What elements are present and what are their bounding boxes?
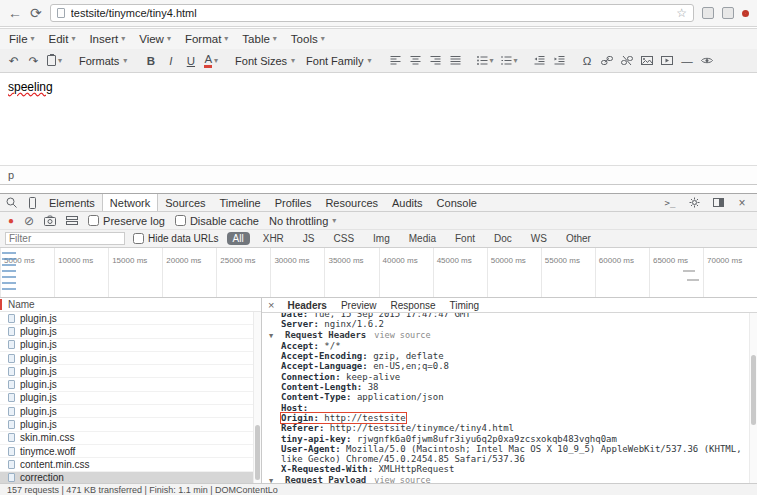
request-row[interactable]: plugin.js: [0, 352, 253, 365]
devtools-tab[interactable]: Network: [102, 194, 158, 211]
menu-item[interactable]: Tools ▾: [284, 31, 332, 47]
devtools-tab[interactable]: Console: [430, 194, 484, 211]
request-row[interactable]: skin.min.css: [0, 432, 253, 445]
request-row[interactable]: plugin.js: [0, 392, 253, 405]
detail-tab[interactable]: Headers: [280, 300, 333, 311]
charmap-button[interactable]: Ω: [578, 51, 597, 71]
request-row[interactable]: plugin.js: [0, 418, 253, 431]
scrollbar-thumb[interactable]: [255, 425, 260, 480]
inspect-element-button[interactable]: [2, 194, 22, 211]
request-row[interactable]: plugin.js: [0, 325, 253, 338]
preserve-log-input[interactable]: [88, 215, 99, 226]
menu-item[interactable]: Insert ▾: [82, 31, 132, 47]
undo-button[interactable]: ↶: [4, 51, 23, 71]
expand-triangle-icon[interactable]: ▼: [269, 331, 277, 341]
filter-type-pill[interactable]: All: [227, 232, 250, 245]
media-button[interactable]: [658, 51, 677, 71]
detail-tab[interactable]: Response: [383, 300, 442, 311]
bold-button[interactable]: B: [141, 51, 160, 71]
extension-icon-1[interactable]: [702, 7, 714, 19]
paste-button[interactable]: ▾: [44, 51, 65, 71]
devtools-tab[interactable]: Timeline: [213, 194, 268, 211]
request-row[interactable]: correction: [0, 472, 253, 483]
outdent-button[interactable]: [530, 51, 549, 71]
misspelled-word[interactable]: speeling: [8, 80, 53, 94]
request-row[interactable]: plugin.js: [0, 365, 253, 378]
request-row[interactable]: tinymce.woff: [0, 445, 253, 458]
hide-data-urls-checkbox[interactable]: Hide data URLs: [133, 233, 219, 244]
underline-button[interactable]: U: [181, 51, 200, 71]
filter-type-pill[interactable]: XHR: [257, 232, 290, 245]
filter-type-pill[interactable]: Media: [403, 232, 442, 245]
request-row[interactable]: plugin.js: [0, 378, 253, 391]
hide-data-urls-input[interactable]: [133, 233, 144, 244]
network-overview[interactable]: 5000 ms10000 ms15000 ms20000 ms25000 ms3…: [0, 248, 757, 298]
align-right-button[interactable]: [426, 51, 445, 71]
request-row[interactable]: content.min.css: [0, 458, 253, 471]
text-color-button[interactable]: A▾: [201, 51, 221, 71]
url-text[interactable]: testsite/tinymce/tiny4.html: [71, 7, 671, 19]
devtools-close-button[interactable]: ×: [732, 196, 752, 210]
filter-type-pill[interactable]: Other: [560, 232, 597, 245]
editor-content-area[interactable]: speeling: [0, 73, 757, 165]
back-button[interactable]: ←: [8, 6, 22, 20]
bullet-list-button[interactable]: ▾: [474, 51, 497, 71]
filter-type-pill[interactable]: Font: [449, 232, 481, 245]
devtools-tab[interactable]: Sources: [158, 194, 212, 211]
record-extension-icon[interactable]: [742, 10, 749, 17]
menu-item[interactable]: Format ▾: [178, 31, 235, 47]
disable-cache-input[interactable]: [175, 215, 186, 226]
extension-icon-2[interactable]: [722, 7, 734, 19]
filter-type-pill[interactable]: Img: [367, 232, 396, 245]
numbered-list-button[interactable]: ▾: [498, 51, 521, 71]
view-source-link[interactable]: view source: [374, 330, 430, 340]
record-button[interactable]: ●: [8, 216, 14, 226]
devtools-tab[interactable]: Elements: [42, 194, 102, 211]
detail-tab[interactable]: Preview: [334, 300, 384, 311]
menu-item[interactable]: File ▾: [2, 31, 42, 47]
reload-button[interactable]: ⟳: [30, 6, 42, 20]
detail-close-button[interactable]: ×: [262, 299, 280, 311]
screenshot-capture-button[interactable]: [44, 215, 56, 226]
clear-button[interactable]: ⊘: [24, 215, 34, 227]
detail-tab[interactable]: Timing: [443, 300, 487, 311]
align-justify-button[interactable]: [446, 51, 465, 71]
preserve-log-checkbox[interactable]: Preserve log: [88, 215, 165, 227]
devtools-tab[interactable]: Audits: [385, 194, 430, 211]
throttling-select[interactable]: No throttling▾: [269, 215, 336, 227]
align-left-button[interactable]: [386, 51, 405, 71]
headers-scrollbar[interactable]: [749, 313, 757, 483]
formats-select[interactable]: Formats▾: [74, 51, 132, 71]
address-bar[interactable]: testsite/tinymce/tiny4.html ☆: [50, 4, 694, 22]
menu-item[interactable]: View ▾: [132, 31, 178, 47]
font-family-select[interactable]: Font Family▾: [301, 51, 376, 71]
filter-type-pill[interactable]: JS: [297, 232, 321, 245]
expand-triangle-icon[interactable]: ▼: [269, 476, 277, 483]
font-sizes-select[interactable]: Font Sizes▾: [230, 51, 300, 71]
indent-button[interactable]: [550, 51, 569, 71]
italic-button[interactable]: I: [161, 51, 180, 71]
link-button[interactable]: [598, 51, 617, 71]
bookmark-star-icon[interactable]: ☆: [676, 6, 687, 20]
dock-side-button[interactable]: [708, 198, 728, 207]
view-source-link[interactable]: view source: [374, 475, 430, 483]
console-drawer-button[interactable]: >_: [660, 198, 680, 208]
requests-scrollbar[interactable]: [253, 312, 261, 483]
align-center-button[interactable]: [406, 51, 425, 71]
filter-type-pill[interactable]: CSS: [328, 232, 361, 245]
settings-button[interactable]: [684, 197, 704, 208]
filter-input[interactable]: [5, 232, 125, 245]
filter-type-pill[interactable]: Doc: [488, 232, 518, 245]
filter-type-pill[interactable]: WS: [525, 232, 553, 245]
redo-button[interactable]: ↷: [24, 51, 43, 71]
menu-item[interactable]: Table ▾: [235, 31, 284, 47]
name-column-header[interactable]: Name: [0, 298, 261, 312]
request-row[interactable]: plugin.js: [0, 339, 253, 352]
horizontal-rule-button[interactable]: —: [678, 51, 697, 71]
large-rows-toggle[interactable]: [66, 215, 78, 226]
element-path[interactable]: p: [8, 169, 14, 181]
devtools-tab[interactable]: Resources: [318, 194, 385, 211]
request-row[interactable]: plugin.js: [0, 405, 253, 418]
devtools-tab[interactable]: Profiles: [268, 194, 319, 211]
menu-item[interactable]: Edit ▾: [42, 31, 83, 47]
